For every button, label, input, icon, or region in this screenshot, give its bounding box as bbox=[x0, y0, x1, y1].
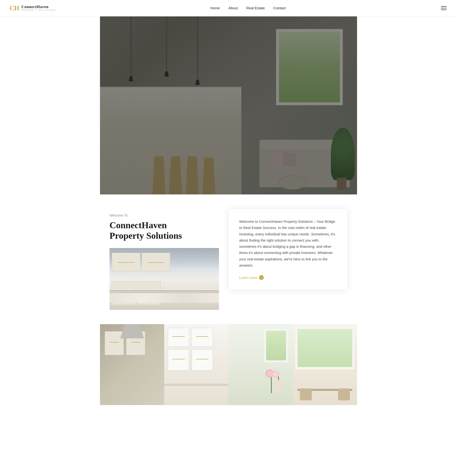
about-title-line2: Property Solutions bbox=[110, 231, 182, 241]
cabinet-2 bbox=[142, 253, 170, 272]
bottom-image-grid bbox=[100, 324, 357, 405]
handle-1 bbox=[118, 262, 135, 263]
about-welcome-label: Welcome To bbox=[110, 213, 219, 217]
countertop bbox=[110, 290, 219, 293]
image-panel-2 bbox=[164, 324, 228, 405]
handle-2 bbox=[148, 262, 164, 263]
about-description: Welcome to ConnectHaven Property Solutio… bbox=[239, 219, 337, 268]
learn-more-link[interactable]: Learn more → bbox=[239, 275, 264, 280]
image-panel-4 bbox=[293, 324, 357, 405]
nav-links: Home About Real Estate Contact bbox=[211, 6, 286, 10]
about-section: Welcome To ConnectHaven Property Solutio… bbox=[100, 195, 357, 324]
learn-more-label: Learn more bbox=[239, 276, 258, 280]
navbar: CH ConnectHaven PROPERTY SOLUTIONS Home … bbox=[100, 0, 357, 17]
nav-contact[interactable]: Contact bbox=[273, 6, 286, 10]
hero-overlay bbox=[100, 15, 357, 195]
about-title-line1: ConnectHaven bbox=[110, 220, 167, 230]
about-left: Welcome To ConnectHaven Property Solutio… bbox=[110, 213, 228, 310]
image-panel-3 bbox=[228, 324, 293, 405]
hero-background bbox=[100, 15, 357, 195]
about-title: ConnectHaven Property Solutions bbox=[110, 220, 219, 241]
learn-more-arrow-icon: → bbox=[259, 275, 264, 280]
hero-section: Your Bridge To Real Estate Success Conne… bbox=[100, 15, 357, 195]
nav-home[interactable]: Home bbox=[211, 6, 220, 10]
nav-about[interactable]: About bbox=[228, 6, 238, 10]
image-panel-1 bbox=[100, 324, 164, 405]
about-image bbox=[110, 248, 219, 310]
nav-realestate[interactable]: Real Estate bbox=[246, 6, 265, 10]
about-right: Welcome to ConnectHaven Property Solutio… bbox=[228, 209, 347, 290]
cabinet-1 bbox=[112, 253, 140, 272]
marble-surface bbox=[110, 293, 219, 303]
